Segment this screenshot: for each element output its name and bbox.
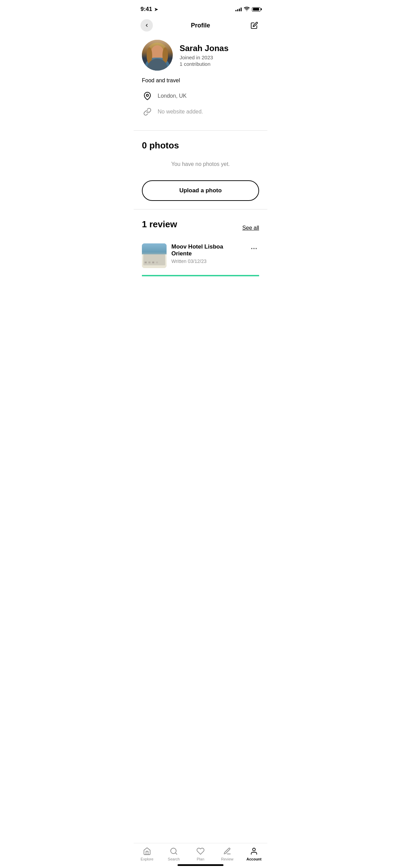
review-card: Moov Hotel Lisboa Oriente Written 03/12/… xyxy=(142,243,259,274)
battery-icon xyxy=(252,7,260,12)
profile-bio: Food and travel xyxy=(142,77,259,84)
time-display: 9:41 xyxy=(141,6,152,13)
profile-header: Sarah Jonas Joined in 2023 1 contributio… xyxy=(142,40,259,71)
see-all-link[interactable]: See all xyxy=(242,225,259,231)
profile-joined: Joined in 2023 xyxy=(180,55,259,60)
status-bar: 9:41 ➤ xyxy=(134,0,267,16)
svg-point-0 xyxy=(246,11,247,11)
edit-button[interactable] xyxy=(248,19,260,32)
signal-icon xyxy=(235,7,242,11)
green-accent-bar xyxy=(142,275,259,276)
reviews-header: 1 review See all xyxy=(142,219,259,237)
website-text: No website added. xyxy=(158,109,203,115)
svg-point-2 xyxy=(251,248,253,249)
link-icon xyxy=(142,106,153,117)
hotel-name: Moov Hotel Lisboa Oriente xyxy=(171,243,244,257)
profile-section: Sarah Jonas Joined in 2023 1 contributio… xyxy=(134,34,267,130)
profile-contributions: 1 contribution xyxy=(180,61,259,67)
status-time: 9:41 ➤ xyxy=(141,6,158,13)
back-button[interactable] xyxy=(141,19,153,32)
reviews-count-title: 1 review xyxy=(142,219,177,230)
location-arrow-icon: ➤ xyxy=(154,7,158,12)
status-icons xyxy=(235,6,260,13)
svg-point-4 xyxy=(256,248,257,249)
page-title: Profile xyxy=(191,22,210,29)
reviews-section: 1 review See all Mo xyxy=(134,209,267,282)
review-info: Moov Hotel Lisboa Oriente Written 03/12/… xyxy=(171,243,244,264)
upload-photo-button[interactable]: Upload a photo xyxy=(142,180,259,201)
photos-section: 0 photos You have no photos yet. Upload … xyxy=(134,131,267,209)
avatar xyxy=(142,40,173,71)
wifi-icon xyxy=(244,6,250,13)
no-photos-text: You have no photos yet. xyxy=(142,158,259,171)
location-pin-icon xyxy=(142,91,153,101)
profile-location: London, UK xyxy=(142,91,259,101)
profile-website: No website added. xyxy=(142,106,259,117)
location-text: London, UK xyxy=(158,93,187,99)
photos-count-title: 0 photos xyxy=(142,140,259,151)
review-more-button[interactable] xyxy=(249,243,259,255)
svg-point-1 xyxy=(146,94,148,96)
review-date: Written 03/12/23 xyxy=(171,258,244,264)
profile-name: Sarah Jonas xyxy=(180,44,259,53)
profile-info: Sarah Jonas Joined in 2023 1 contributio… xyxy=(180,44,259,67)
svg-point-3 xyxy=(253,248,255,249)
nav-header: Profile xyxy=(134,16,267,34)
review-thumbnail xyxy=(142,243,167,268)
